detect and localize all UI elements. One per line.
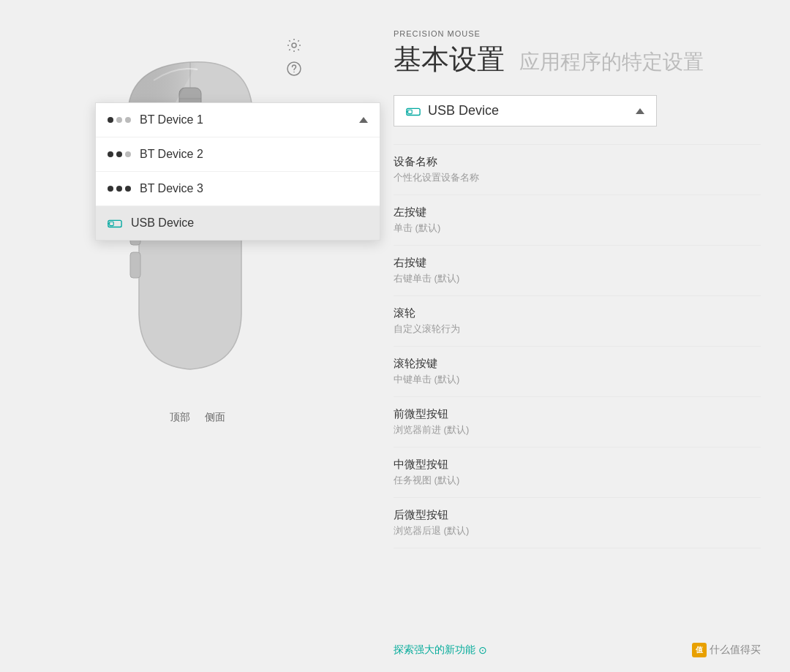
dot1 xyxy=(108,117,113,123)
page-title-sub: 应用程序的特定设置 xyxy=(519,48,704,76)
setting-item-3[interactable]: 滚轮 自定义滚轮行为 xyxy=(394,296,761,347)
footer: 探索强大的新功能 ⊙ 值 什么值得买 xyxy=(394,643,761,657)
view-side[interactable]: 侧面 xyxy=(205,411,225,424)
mouse-view-labels: 顶部 侧面 xyxy=(170,411,225,424)
explore-link-icon: ⊙ xyxy=(478,644,487,656)
dot3 xyxy=(125,117,131,123)
setting-item-7[interactable]: 后微型按钮 浏览器后退 (默认) xyxy=(394,498,761,548)
settings-list: 设备名称 个性化设置设备名称 左按键 单击 (默认) 右按键 右键单击 (默认)… xyxy=(394,144,761,548)
bt3-label: BT Device 3 xyxy=(140,182,368,195)
setting-name-2: 右按键 xyxy=(394,256,761,270)
device-selector-label: USB Device xyxy=(428,103,628,118)
bt-signal-bt3 xyxy=(108,186,131,192)
brand-area: 值 什么值得买 xyxy=(692,643,761,657)
right-panel: USB Device 设备名称 个性化设置设备名称 左按键 单击 (默认) 右按… xyxy=(394,95,761,548)
brand-name: 什么值得买 xyxy=(710,643,761,657)
dot2 xyxy=(116,186,122,192)
setting-name-3: 滚轮 xyxy=(394,306,761,320)
dot3 xyxy=(125,151,131,157)
dropdown-item-bt2[interactable]: BT Device 2 xyxy=(96,137,380,172)
setting-value-3: 自定义滚轮行为 xyxy=(394,322,761,336)
brand-logo: 值 xyxy=(692,643,707,657)
svg-rect-15 xyxy=(408,110,412,113)
header: PRECISION MOUSE 基本设置 应用程序的特定设置 xyxy=(394,29,761,78)
setting-value-5: 浏览器前进 (默认) xyxy=(394,423,761,437)
usb-icon-dropdown xyxy=(108,217,122,229)
dropdown-item-bt1[interactable]: BT Device 1 xyxy=(96,103,380,137)
setting-item-5[interactable]: 前微型按钮 浏览器前进 (默认) xyxy=(394,397,761,448)
explore-link[interactable]: 探索强大的新功能 ⊙ xyxy=(394,643,487,657)
bt-signal-bt1 xyxy=(108,117,131,123)
setting-value-1: 单击 (默认) xyxy=(394,222,761,235)
setting-name-7: 后微型按钮 xyxy=(394,508,761,522)
setting-value-6: 任务视图 (默认) xyxy=(394,474,761,487)
dropdown-item-bt3[interactable]: BT Device 3 xyxy=(96,172,380,206)
dot1 xyxy=(108,186,113,192)
setting-item-1[interactable]: 左按键 单击 (默认) xyxy=(394,195,761,246)
setting-item-2[interactable]: 右按键 右键单击 (默认) xyxy=(394,246,761,296)
setting-name-5: 前微型按钮 xyxy=(394,407,761,421)
svg-rect-12 xyxy=(110,222,113,225)
bt1-label: BT Device 1 xyxy=(140,113,350,127)
dot1 xyxy=(108,151,113,157)
device-dropdown: BT Device 1 BT Device 2 BT Device 3 USB … xyxy=(95,102,380,241)
setting-name-0: 设备名称 xyxy=(394,155,761,169)
svg-rect-10 xyxy=(130,252,140,278)
page-title-main: 基本设置 xyxy=(394,41,505,78)
setting-item-6[interactable]: 中微型按钮 任务视图 (默认) xyxy=(394,448,761,498)
bt2-label: BT Device 2 xyxy=(140,148,368,161)
bt-signal-bt2 xyxy=(108,151,131,157)
setting-name-6: 中微型按钮 xyxy=(394,458,761,472)
setting-value-0: 个性化设置设备名称 xyxy=(394,171,761,184)
dot3 xyxy=(125,186,131,192)
setting-name-4: 滚轮按键 xyxy=(394,357,761,371)
dropdown-collapse-arrow xyxy=(359,117,368,123)
setting-item-4[interactable]: 滚轮按键 中键单击 (默认) xyxy=(394,347,761,397)
usb-icon-selector xyxy=(406,105,421,117)
selector-arrow-icon xyxy=(636,108,644,114)
usb-label: USB Device xyxy=(131,216,368,230)
setting-value-2: 右键单击 (默认) xyxy=(394,272,761,285)
setting-item-0[interactable]: 设备名称 个性化设置设备名称 xyxy=(394,144,761,195)
dot2 xyxy=(116,151,122,157)
device-subtitle: PRECISION MOUSE xyxy=(394,29,761,38)
device-selector-button[interactable]: USB Device xyxy=(394,95,657,127)
explore-link-text: 探索强大的新功能 xyxy=(394,643,475,657)
view-top[interactable]: 顶部 xyxy=(170,411,190,424)
setting-value-4: 中键单击 (默认) xyxy=(394,373,761,386)
setting-name-1: 左按键 xyxy=(394,205,761,219)
dropdown-item-usb[interactable]: USB Device xyxy=(96,206,380,240)
setting-value-7: 浏览器后退 (默认) xyxy=(394,524,761,537)
dot2 xyxy=(116,117,122,123)
